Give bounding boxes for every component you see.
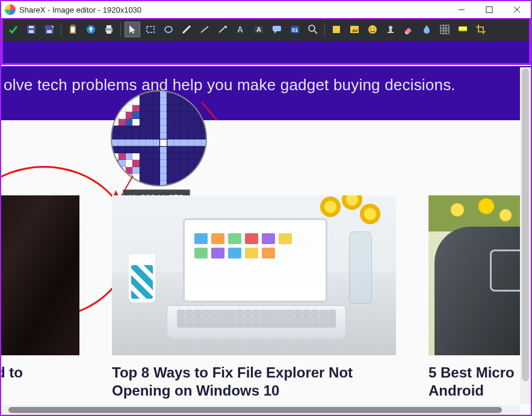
close-button[interactable] [503,1,531,18]
counter-tool-icon[interactable]: 01 [287,22,303,37]
article-card[interactable]: Top 8 Ways to Fix File Explorer Not Open… [112,195,396,400]
svg-line-33 [314,31,317,34]
toolbar: AA01 [3,19,529,40]
svg-marker-18 [129,25,135,34]
svg-text:01: 01 [292,27,298,33]
clipboard-icon[interactable] [65,22,81,37]
svg-rect-12 [71,25,75,26]
svg-rect-16 [107,25,111,28]
ellipse-tool-icon[interactable] [161,22,176,37]
toolbar-options-strip [3,41,529,63]
minimize-button[interactable] [448,1,475,18]
image-insert-icon[interactable] [347,22,362,37]
rectangle-select-icon[interactable] [143,22,158,37]
toolbar-separator [324,22,325,37]
article-thumbnail [112,195,396,355]
sticky-note-icon[interactable] [329,22,344,37]
svg-point-32 [309,25,315,31]
text-box-tool-icon[interactable]: A [251,22,267,37]
svg-rect-52 [459,30,467,31]
svg-rect-11 [71,27,75,32]
svg-rect-42 [389,29,392,32]
svg-rect-19 [147,26,154,32]
window-controls [448,1,531,18]
svg-rect-28 [273,26,281,31]
emoji-icon[interactable] [365,22,380,37]
upload-icon[interactable] [83,22,99,37]
blur-tool-icon[interactable] [419,22,435,37]
article-title: 5 Best Micro Android [428,364,525,400]
speech-bubble-icon[interactable] [269,22,285,37]
editor-canvas[interactable]: olve tech problems and help you make gad… [1,66,531,415]
article-cards-row: Idroid to [1,195,531,400]
save-as-icon[interactable] [42,22,57,37]
crop-tool-icon[interactable] [473,22,489,37]
highlight-tool-icon[interactable] [455,22,471,37]
svg-point-40 [374,28,375,29]
article-card[interactable]: Idroid to [1,195,79,400]
article-thumbnail [1,195,79,355]
vertical-scroll-thumb[interactable] [522,69,529,381]
save-icon[interactable] [23,22,39,37]
eraser-icon[interactable] [401,22,416,37]
horizontal-scroll-thumb[interactable] [8,407,502,413]
arrow-tool-icon[interactable] [215,22,230,37]
stamp-icon[interactable] [383,22,398,37]
svg-rect-6 [29,26,34,28]
article-thumbnail [428,195,525,355]
svg-line-22 [201,26,208,32]
page-content: X: 698 Y: 272 Idroid to [1,120,531,415]
text-tool-icon[interactable]: A [233,22,249,37]
svg-text:A: A [256,26,261,33]
pixelate-tool-icon[interactable] [437,22,453,37]
app-icon [5,4,16,15]
svg-point-39 [370,28,371,29]
svg-marker-29 [274,31,277,34]
svg-point-38 [368,25,377,34]
pixel-magnifier [111,90,207,186]
svg-line-23 [219,27,225,32]
titlebar: ShareX - Image editor - 1920x1030 [1,1,531,18]
svg-point-20 [165,26,172,32]
toolbar-area: AA01 [1,18,531,65]
line-tool-icon[interactable] [197,22,212,37]
article-title: Idroid to [1,364,79,382]
pen-tool-icon[interactable] [179,22,194,37]
toolbar-separator [120,22,121,37]
svg-rect-17 [107,31,111,34]
svg-rect-46 [441,25,449,34]
window-title: ShareX - Image editor - 1920x1030 [19,5,141,14]
page-banner-text: olve tech problems and help you make gad… [1,66,531,120]
magnify-tool-icon[interactable] [305,22,321,37]
svg-line-21 [183,26,190,33]
svg-rect-8 [47,30,52,33]
svg-rect-5 [29,30,34,33]
vertical-scrollbar[interactable] [520,67,531,404]
article-title: Top 8 Ways to Fix File Explorer Not Open… [112,364,396,400]
svg-rect-43 [388,32,394,33]
svg-text:A: A [237,25,243,34]
app-window: ShareX - Image editor - 1920x1030 AA01 o… [0,0,532,416]
toolbar-separator [61,22,61,37]
confirm-icon[interactable] [5,22,21,37]
cursor-tool-icon[interactable] [125,22,140,37]
maximize-button[interactable] [475,1,503,18]
article-card[interactable]: 5 Best Micro Android [428,195,525,400]
print-icon[interactable] [101,22,117,37]
svg-rect-1 [486,7,492,13]
horizontal-scrollbar[interactable] [2,405,520,415]
